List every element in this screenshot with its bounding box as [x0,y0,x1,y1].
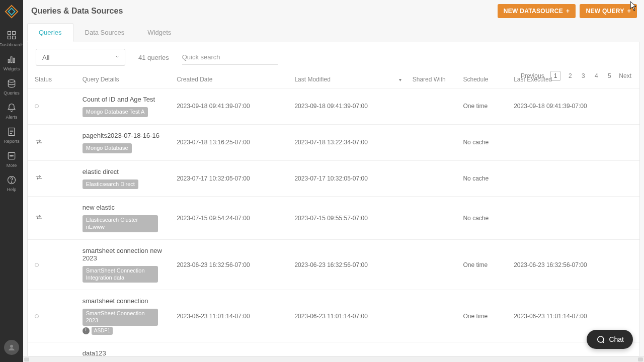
cell-executed: 2023-09-18 09:41:39-07:00 [510,88,639,125]
swap-icon [35,140,43,147]
svg-point-13 [10,155,11,156]
table-row[interactable]: smartsheet connection new 2023SmartSheet… [28,239,639,290]
cell-executed [510,160,639,197]
sidenav-reports[interactable]: Reports [0,123,23,147]
col-executed[interactable]: Last Executed [510,71,639,88]
svg-rect-0 [8,32,11,35]
app-logo[interactable] [4,4,19,19]
cell-executed: 2023-06-23 16:32:56-07:00 [510,239,639,290]
col-modified[interactable]: Last Modified▾ [290,71,408,88]
sidenav: Dashboards Widgets Queries Alerts Report… [0,0,23,362]
cell-created: 2023-07-15 09:54:24-07:00 [173,197,290,240]
sidenav-widgets[interactable]: Widgets [0,50,23,74]
chat-widget[interactable]: Chat [587,330,633,349]
svg-point-18 [10,345,13,348]
query-details-cell: Count of ID and Age TestMongo Database T… [78,88,173,125]
sidenav-queries[interactable]: Queries [0,74,23,99]
query-title[interactable]: Count of ID and Age Test [83,96,169,103]
sidenav-dashboards[interactable]: Dashboards [0,26,23,50]
tab-data-sources[interactable]: Data Sources [73,23,136,42]
filter-select[interactable]: All [36,49,125,66]
new-query-button[interactable]: NEW QUERY+ [580,4,637,18]
sidenav-label: Help [7,187,17,192]
extra-tag[interactable]: ASDF1 [92,327,113,335]
cell-shared [409,160,459,197]
status-dot-icon [35,314,39,318]
more-icon [7,151,17,161]
col-modified-label: Last Modified [294,76,330,83]
query-title[interactable]: smartsheet connection new 2023 [83,247,169,262]
cell-schedule: One time [459,239,510,290]
svg-rect-3 [13,36,16,39]
cell-modified: 2023-07-15 09:55:57-07:00 [290,197,408,240]
scroll-left-icon[interactable] [24,357,29,361]
toolbar: All 41 queries [28,42,639,71]
col-details[interactable]: Query Details [78,71,173,88]
table-row[interactable]: Count of ID and Age TestMongo Database T… [28,88,639,125]
tab-label: Widgets [147,29,171,36]
table-row[interactable]: elastic directElasticsearch Direct2023-0… [28,160,639,197]
sidenav-more[interactable]: More [0,147,23,171]
cell-created: 2023-07-18 13:16:25-07:00 [173,124,290,160]
cell-shared [409,88,459,125]
query-title[interactable]: new elastic [83,204,169,211]
cell-executed [510,124,639,160]
cell-executed [510,197,639,240]
datasource-tag[interactable]: Elasticsearch Cluster nEwww [83,215,158,232]
plus-icon: + [566,8,570,15]
cell-created: 2023-06-23 11:01:14-07:00 [173,290,290,342]
col-status[interactable]: Status [28,71,78,88]
col-created[interactable]: Created Date [173,71,290,88]
search-input[interactable] [182,50,278,65]
cell-modified: 2023-06-23 11:01:14-07:00 [290,290,408,342]
cell-created: 2023-09-18 09:41:39-07:00 [173,88,290,125]
status-cell [28,239,78,290]
swap-icon [35,215,43,222]
dashboard-icon [7,30,17,40]
datasource-tag[interactable]: Mongo Database [83,143,132,153]
cell-modified: 2023-06-23 16:32:56-07:00 [290,239,408,290]
sidenav-alerts[interactable]: Alerts [0,99,23,123]
table-row[interactable]: pagehits2023-07-18-16-16Mongo Database20… [28,124,639,160]
plus-icon: + [627,8,631,15]
table-row[interactable]: new elasticElasticsearch Cluster nEwww20… [28,197,639,240]
cell-created: 2023-07-17 10:32:05-07:00 [173,160,290,197]
sort-desc-icon: ▾ [399,77,401,82]
query-title[interactable]: pagehits2023-07-18-16-16 [83,132,169,139]
status-cell [28,197,78,240]
reports-icon [7,127,17,137]
query-details-cell: smartsheet connectionSmartSheet Connecti… [78,290,173,342]
cell-created: 2023-06-23 16:32:56-07:00 [173,239,290,290]
cell-schedule: One time [459,290,510,342]
query-title[interactable]: smartsheet connection [83,297,169,305]
datasource-tag[interactable]: Elasticsearch Direct [83,179,138,190]
table-row[interactable]: smartsheet connectionSmartSheet Connecti… [28,290,639,342]
page-title: Queries & Data Sources [31,7,494,16]
scroll-right-icon[interactable] [638,357,643,361]
sidenav-help[interactable]: Help [0,171,23,195]
datasource-tag[interactable]: SmartSheet Connection 2023 [83,309,158,326]
tab-widgets[interactable]: Widgets [136,23,183,42]
status-cell [28,290,78,342]
col-shared[interactable]: Shared With [409,71,459,88]
tab-queries[interactable]: Queries [27,23,73,42]
datasource-tag[interactable]: Mongo Database Test A [83,107,148,117]
sidenav-label: Widgets [4,66,20,71]
query-title[interactable]: elastic direct [83,168,169,175]
new-datasource-button[interactable]: NEW DATASOURCE+ [498,4,576,18]
chat-icon [596,335,605,344]
col-schedule[interactable]: Schedule [459,71,510,88]
warning-icon[interactable]: ! [83,327,90,334]
user-avatar[interactable] [4,340,19,355]
cell-schedule: One time [459,88,510,125]
datasource-tag[interactable]: SmartSheet Connection Integration data [83,266,158,283]
alerts-icon [7,103,17,113]
svg-rect-2 [8,36,11,39]
button-label: NEW QUERY [586,8,624,15]
horizontal-scrollbar[interactable] [23,356,644,362]
query-details-cell: elastic directElasticsearch Direct [78,160,173,197]
query-details-cell: smartsheet connection new 2023SmartSheet… [78,239,173,290]
sidenav-label: Dashboards [0,42,24,47]
help-icon [7,175,17,185]
status-dot-icon [35,263,39,267]
